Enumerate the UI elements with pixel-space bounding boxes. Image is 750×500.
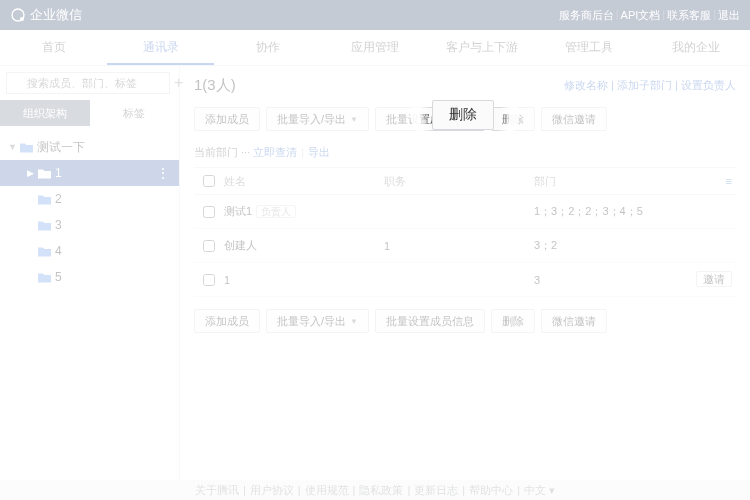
- app-logo: 企业微信: [10, 6, 82, 24]
- footer-about[interactable]: 关于腾讯: [195, 483, 239, 498]
- folder-icon: [38, 168, 51, 179]
- wx-invite-button[interactable]: 微信邀请: [541, 107, 607, 131]
- chevron-down-icon: ▼: [350, 317, 358, 326]
- spotlight-delete-button[interactable]: 删除: [432, 100, 494, 130]
- folder-icon: [38, 246, 51, 257]
- folder-icon: [38, 194, 51, 205]
- tree-item-5[interactable]: 5: [0, 264, 179, 290]
- tree-label: 5: [55, 270, 62, 284]
- footer-help[interactable]: 帮助中心: [469, 483, 513, 498]
- link-support[interactable]: 联系客服: [667, 8, 711, 23]
- main-nav: 首页 通讯录 协作 应用管理 客户与上下游 管理工具 我的企业: [0, 30, 750, 66]
- nav-tools[interactable]: 管理工具: [536, 30, 643, 65]
- link-api[interactable]: API文档: [621, 8, 661, 23]
- member-name: 1: [224, 274, 384, 286]
- nav-collab[interactable]: 协作: [214, 30, 321, 65]
- caret-down-icon: ▼: [8, 142, 16, 152]
- crumb-prefix: 当前部门: [194, 145, 238, 160]
- dept-title: 1(3人): [194, 76, 236, 95]
- delete-button[interactable]: 删除: [491, 107, 535, 131]
- more-icon[interactable]: ⋮: [156, 165, 171, 181]
- tree-item-3[interactable]: 3: [0, 212, 179, 238]
- tab-org[interactable]: 组织架构: [0, 100, 90, 126]
- check-all[interactable]: [203, 175, 215, 187]
- crumb-link[interactable]: 立即查清: [253, 145, 297, 160]
- svg-point-1: [20, 17, 24, 21]
- folder-icon: [20, 142, 33, 153]
- row-check[interactable]: [203, 206, 215, 218]
- wechat-work-icon: [10, 7, 26, 23]
- crumb-export[interactable]: 导出: [308, 145, 330, 160]
- tree-label: 4: [55, 244, 62, 258]
- member-table: 姓名 职务 部门 ≡ 测试1负责人 1；3；2；2；3；4；5 创建人 1 3；…: [194, 167, 736, 297]
- col-dept: 部门: [534, 174, 686, 189]
- org-tree: ▼ 测试一下 ▶ 1 ⋮ 2 3: [0, 126, 179, 290]
- owner-badge: 负责人: [256, 205, 296, 218]
- tree-root-label: 测试一下: [37, 139, 85, 156]
- link-logout[interactable]: 退出: [718, 8, 740, 23]
- nav-company[interactable]: 我的企业: [643, 30, 750, 65]
- invite-button[interactable]: 邀请: [696, 271, 732, 287]
- nav-contacts[interactable]: 通讯录: [107, 30, 214, 65]
- tree-label: 1: [55, 166, 62, 180]
- row-check[interactable]: [203, 240, 215, 252]
- nav-home[interactable]: 首页: [0, 30, 107, 65]
- caret-right-icon: ▶: [26, 168, 34, 178]
- chevron-down-icon: ▼: [350, 115, 358, 124]
- col-role: 职务: [384, 174, 534, 189]
- crumb-row: 当前部门 ··· 立即查清 | 导出: [194, 141, 736, 163]
- folder-icon: [38, 272, 51, 283]
- add-member-button-2[interactable]: 添加成员: [194, 309, 260, 333]
- table-row[interactable]: 创建人 1 3；2: [194, 229, 736, 263]
- nav-customers[interactable]: 客户与上下游: [429, 30, 536, 65]
- topbar-links: 服务商后台| API文档| 联系客服| 退出: [559, 8, 740, 23]
- col-name: 姓名: [224, 174, 384, 189]
- search-input[interactable]: [6, 72, 170, 94]
- title-actions: 修改名称 | 添加子部门 | 设置负责人: [564, 78, 736, 93]
- table-row[interactable]: 1 3 邀请: [194, 263, 736, 297]
- tree-item-4[interactable]: 4: [0, 238, 179, 264]
- footer-tos[interactable]: 用户协议: [250, 483, 294, 498]
- delete-button-2[interactable]: 删除: [491, 309, 535, 333]
- sidebar: + 组织架构 标签 ▼ 测试一下 ▶ 1 ⋮ 2: [0, 66, 180, 480]
- footer-changelog[interactable]: 更新日志: [414, 483, 458, 498]
- tree-item-1[interactable]: ▶ 1 ⋮: [0, 160, 179, 186]
- footer-lang[interactable]: 中文 ▾: [524, 483, 555, 498]
- member-dept: 3: [534, 274, 686, 286]
- footer-usage[interactable]: 使用规范: [305, 483, 349, 498]
- table-head: 姓名 职务 部门 ≡: [194, 167, 736, 195]
- topbar: 企业微信 服务商后台| API文档| 联系客服| 退出: [0, 0, 750, 30]
- member-name: 创建人: [224, 238, 384, 253]
- action-rename[interactable]: 修改名称: [564, 79, 608, 91]
- tree-label: 3: [55, 218, 62, 232]
- batch-set-button-2[interactable]: 批量设置成员信息: [375, 309, 485, 333]
- wx-invite-button-2[interactable]: 微信邀请: [541, 309, 607, 333]
- table-row[interactable]: 测试1负责人 1；3；2；2；3；4；5: [194, 195, 736, 229]
- row-check[interactable]: [203, 274, 215, 286]
- tree-label: 2: [55, 192, 62, 206]
- action-set-owner[interactable]: 设置负责人: [681, 79, 736, 91]
- columns-settings-icon[interactable]: ≡: [726, 175, 732, 187]
- member-dept: 3；2: [534, 238, 686, 253]
- nav-apps[interactable]: 应用管理: [321, 30, 428, 65]
- app-title: 企业微信: [30, 6, 82, 24]
- add-member-button[interactable]: 添加成员: [194, 107, 260, 131]
- footer: 关于腾讯 | 用户协议 | 使用规范 | 隐私政策 | 更新日志 | 帮助中心 …: [0, 480, 750, 500]
- link-service[interactable]: 服务商后台: [559, 8, 614, 23]
- member-name: 测试1: [224, 205, 252, 217]
- folder-icon: [38, 220, 51, 231]
- tree-root[interactable]: ▼ 测试一下: [0, 134, 179, 160]
- tab-tags[interactable]: 标签: [90, 100, 180, 126]
- batch-io-button[interactable]: 批量导入/导出▼: [266, 107, 369, 131]
- search-wrap: [6, 72, 170, 94]
- tree-item-2[interactable]: 2: [0, 186, 179, 212]
- member-role: 1: [384, 240, 534, 252]
- member-dept: 1；3；2；2；3；4；5: [534, 204, 686, 219]
- toolbar-bottom: 添加成员 批量导入/导出▼ 批量设置成员信息 删除 微信邀请: [194, 309, 736, 333]
- footer-privacy[interactable]: 隐私政策: [359, 483, 403, 498]
- action-add-sub[interactable]: 添加子部门: [617, 79, 672, 91]
- batch-io-button-2[interactable]: 批量导入/导出▼: [266, 309, 369, 333]
